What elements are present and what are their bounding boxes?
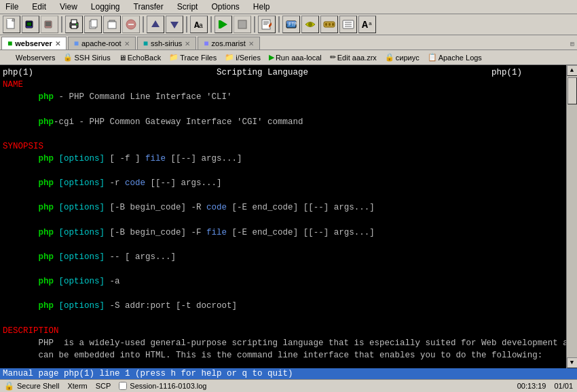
toolbar-font2-btn[interactable]: Aa — [358, 16, 376, 33]
menu-transfer[interactable]: Transfer — [131, 1, 166, 12]
tab-webserver-icon: ■ — [7, 39, 12, 48]
bookmark-sirius-ru[interactable]: 🔒 сириус — [382, 52, 422, 62]
menu-file[interactable]: File — [3, 1, 21, 12]
terminal-area: php(1) Scripting Language php(1) NAME ph… — [0, 65, 577, 368]
toolbar-sep-2 — [143, 16, 144, 33]
status-xterm: Xterm — [67, 382, 87, 390]
svg-rect-15 — [108, 22, 116, 28]
svg-rect-5 — [27, 22, 31, 26]
scrollbar[interactable]: ▲ ▼ — [566, 65, 577, 368]
tab-zos-marist[interactable]: ■ zos.marist ✕ — [198, 37, 259, 50]
toolbar-scroll-down-btn[interactable] — [166, 16, 183, 33]
svg-rect-7 — [45, 22, 51, 26]
svg-rect-37 — [332, 23, 334, 26]
bookmark-webservers-label: Webservers — [16, 54, 55, 62]
toolbar-new-btn[interactable] — [3, 16, 20, 33]
menu-script[interactable]: Script — [174, 1, 201, 12]
bookmark-webservers-icon: 🖥 — [5, 52, 14, 62]
svg-rect-9 — [71, 20, 77, 24]
scroll-track[interactable] — [567, 76, 577, 357]
bookmark-run-icon: ▶ — [269, 53, 274, 62]
svg-text:A: A — [362, 20, 368, 31]
svg-marker-19 — [170, 22, 179, 28]
toolbar-font-btn[interactable]: Aa — [190, 16, 208, 33]
bookmark-ssh-sirius-label: SSH Sirius — [74, 54, 110, 62]
bookmark-echoback-icon: 🖥 — [119, 54, 126, 62]
tab-ssh-label: ssh-sirius — [151, 39, 182, 47]
bookmark-iseries-icon: 📁 — [225, 53, 234, 62]
menu-logging[interactable]: Logging — [88, 1, 123, 12]
toolbar-connect-btn[interactable] — [22, 16, 39, 33]
toolbar-run-btn[interactable] — [215, 16, 232, 33]
svg-text:a: a — [369, 20, 372, 26]
session-log-label: Session-1116-0103.log — [130, 382, 206, 390]
status-line-text: Manual page php(1) line 1 (press h for h… — [3, 369, 293, 378]
tab-webserver-close[interactable]: ✕ — [55, 40, 60, 47]
tab-zos-close[interactable]: ✕ — [248, 40, 254, 47]
statusbar: 🔒 Secure Shell Xterm SCP Session-1116-01… — [0, 379, 577, 392]
tab-webserver[interactable]: ■ webserver ✕ — [1, 37, 67, 50]
bookmark-trace-files[interactable]: 📁 Trace Files — [166, 52, 219, 62]
tab-apache-close[interactable]: ✕ — [124, 40, 130, 47]
svg-marker-18 — [151, 20, 160, 27]
toolbar-scroll-up-btn[interactable] — [147, 16, 164, 33]
toolbar-cancel-btn[interactable] — [122, 16, 140, 33]
toolbar-paste-btn[interactable] — [103, 16, 121, 33]
bookmark-ssh-sirius-icon: 🔒 — [63, 53, 73, 62]
toolbar-sep-3 — [186, 16, 187, 33]
bookmark-ssh-sirius[interactable]: 🔒 SSH Sirius — [60, 52, 113, 62]
bookmarks-bar: 🖥 Webservers 🔒 SSH Sirius 🖥 EchoBack 📁 T… — [0, 50, 577, 65]
bookmark-iseries[interactable]: 📁 i/Series — [222, 52, 263, 62]
bookmark-trace-files-icon: 📁 — [169, 53, 179, 62]
status-line: Manual page php(1) line 1 (press h for h… — [0, 368, 577, 379]
tab-grid-icon[interactable]: ⊞ — [569, 39, 576, 50]
status-session-log[interactable]: Session-1116-0103.log — [119, 382, 206, 390]
svg-rect-2 — [7, 19, 12, 20]
toolbar-sftp-btn[interactable]: FTP — [282, 16, 300, 33]
status-right: 00:13:19 01/01 — [517, 382, 573, 390]
tab-apache-root[interactable]: ■ apache-root ✕ — [68, 37, 136, 50]
scroll-thumb[interactable] — [567, 77, 577, 104]
svg-rect-1 — [12, 19, 14, 21]
toolbar-sep-6 — [278, 16, 280, 33]
bookmark-iseries-label: i/Series — [236, 54, 261, 62]
status-secure-shell: 🔒 Secure Shell — [4, 381, 59, 391]
menu-view[interactable]: View — [57, 1, 80, 12]
toolbar-sep-5 — [254, 16, 255, 33]
toolbar-tunnel-btn[interactable] — [301, 16, 319, 33]
menu-edit[interactable]: Edit — [29, 1, 49, 12]
bookmark-sirius-ru-icon: 🔒 — [385, 53, 394, 62]
scroll-up-btn[interactable]: ▲ — [567, 65, 578, 76]
tab-ssh-sirius[interactable]: ■ ssh-sirius ✕ — [137, 37, 197, 50]
scroll-down-btn[interactable]: ▼ — [567, 357, 578, 368]
bookmark-apache-logs[interactable]: 📋 Apache Logs — [425, 52, 485, 62]
bookmark-edit-aaa[interactable]: ✏ Edit aaa.zrx — [327, 52, 379, 62]
status-position: 01/01 — [554, 382, 573, 390]
menu-help[interactable]: Help — [250, 1, 273, 12]
terminal-content[interactable]: php(1) Scripting Language php(1) NAME ph… — [0, 65, 566, 368]
bookmark-run-aaa[interactable]: ▶ Run aaa-local — [266, 52, 324, 62]
toolbar-settings-btn[interactable] — [339, 16, 357, 33]
toolbar-copy-btn[interactable] — [84, 16, 102, 33]
svg-rect-35 — [325, 23, 327, 26]
bookmark-apache-logs-icon: 📋 — [428, 53, 437, 62]
bookmark-webservers[interactable]: 🖥 Webservers — [3, 52, 58, 63]
session-log-checkbox[interactable] — [119, 382, 127, 390]
toolbar-keys-btn[interactable] — [320, 16, 338, 33]
toolbar-disconnect-btn[interactable] — [41, 16, 58, 33]
scp-label: SCP — [96, 382, 111, 390]
status-scp: SCP — [96, 382, 111, 390]
toolbar-sep-1 — [61, 16, 62, 33]
menu-options[interactable]: Options — [208, 1, 242, 12]
svg-text:FTP: FTP — [288, 22, 297, 27]
bookmark-run-label: Run aaa-local — [276, 54, 322, 62]
tab-ssh-close[interactable]: ✕ — [185, 40, 190, 47]
svg-marker-22 — [221, 20, 227, 28]
xterm-label: Xterm — [67, 382, 87, 390]
tab-zos-label: zos.marist — [212, 39, 246, 47]
toolbar-edit-btn[interactable] — [258, 16, 276, 33]
toolbar-print-btn[interactable] — [65, 16, 83, 33]
toolbar: Aa FTP Aa — [0, 14, 577, 35]
toolbar-stop-btn[interactable] — [234, 16, 251, 33]
bookmark-echoback[interactable]: 🖥 EchoBack — [116, 53, 164, 62]
